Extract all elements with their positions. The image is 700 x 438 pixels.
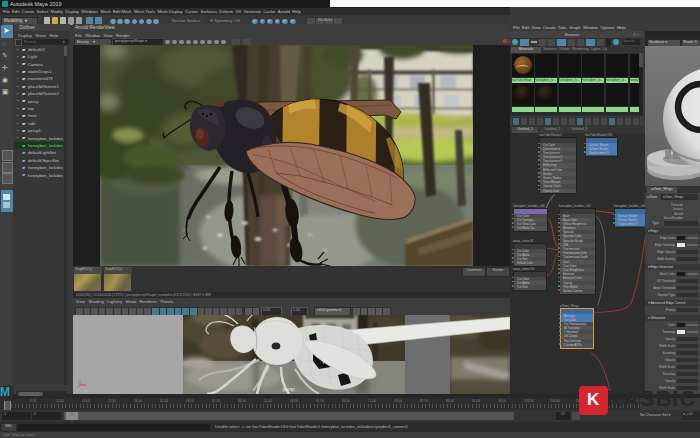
svg-text:persp: persp [283,387,295,392]
